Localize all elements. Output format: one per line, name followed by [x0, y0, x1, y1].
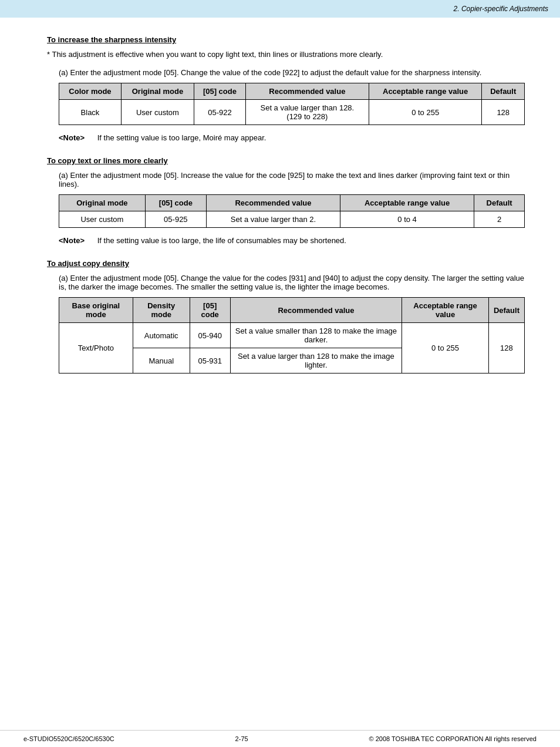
section1-title: To increase the sharpness intensity — [47, 35, 525, 44]
section1-intro: * This adjustment is effective when you … — [47, 50, 525, 59]
cell3-density2: Manual — [133, 348, 190, 374]
header-bar: 2. Copier-specific Adjustments — [0, 0, 560, 18]
col-color-mode: Color mode — [59, 83, 122, 100]
section2-table-wrapper: Original mode [05] code Recommended valu… — [59, 194, 525, 228]
col2-original-mode: Original mode — [59, 195, 146, 211]
cell-code: 05-922 — [194, 100, 245, 125]
cell-original-mode: User custom — [121, 100, 194, 125]
section3-table-wrapper: Base original mode Density mode [05] cod… — [59, 297, 525, 374]
col3-acceptable: Acceptable range value — [402, 298, 489, 323]
cell-default: 128 — [482, 100, 525, 125]
cell2-code: 05-925 — [145, 211, 206, 228]
footer-right: © 2008 TOSHIBA TEC CORPORATION All right… — [369, 735, 537, 742]
cell2-acceptable: 0 to 4 — [340, 211, 474, 228]
footer: e-STUDIO5520C/6520C/6530C 2-75 © 2008 TO… — [0, 730, 560, 747]
content: To increase the sharpness intensity * Th… — [0, 18, 560, 423]
col3-05-code: [05] code — [190, 298, 230, 323]
cell2-recommended: Set a value larger than 2. — [206, 211, 340, 228]
section-sharpness: To increase the sharpness intensity * Th… — [47, 35, 525, 142]
section1-table: Color mode Original mode [05] code Recom… — [59, 83, 525, 125]
section-copy-text: To copy text or lines more clearly (a) E… — [47, 156, 525, 245]
section1-table-wrapper: Color mode Original mode [05] code Recom… — [59, 83, 525, 125]
section1-note: <Note> If the setting value is too large… — [59, 133, 525, 142]
col-default: Default — [482, 83, 525, 100]
col3-recommended: Recommended value — [230, 298, 402, 323]
col3-default: Default — [488, 298, 524, 323]
footer-left: e-STUDIO5520C/6520C/6530C — [23, 735, 114, 742]
cell3-rec1: Set a value smaller than 128 to make the… — [230, 323, 402, 348]
section3-title: To adjust copy density — [47, 259, 525, 268]
section2-sub: (a) Enter the adjustment mode [05]. Incr… — [59, 171, 525, 189]
cell3-rec2: Set a value larger than 128 to make the … — [230, 348, 402, 374]
cell3-default: 128 — [488, 323, 524, 374]
note-text: If the setting value is too large, Moiré… — [97, 133, 266, 142]
col3-base-mode: Base original mode — [59, 298, 133, 323]
table-row: User custom 05-925 Set a value larger th… — [59, 211, 525, 228]
cell3-base-mode: Text/Photo — [59, 323, 133, 374]
cell3-range: 0 to 255 — [402, 323, 489, 374]
cell2-original-mode: User custom — [59, 211, 146, 228]
cell-color-mode: Black — [59, 100, 122, 125]
cell-recommended: Set a value larger than 128.(129 to 228) — [245, 100, 369, 125]
note-label: <Note> — [59, 133, 85, 142]
col-recommended: Recommended value — [245, 83, 369, 100]
section-density: To adjust copy density (a) Enter the adj… — [47, 259, 525, 374]
section3-table: Base original mode Density mode [05] cod… — [59, 297, 525, 374]
note2-label: <Note> — [59, 236, 85, 245]
col3-density-mode: Density mode — [133, 298, 190, 323]
section2-note: <Note> If the setting value is too large… — [59, 236, 525, 245]
col2-acceptable: Acceptable range value — [340, 195, 474, 211]
section2-title: To copy text or lines more clearly — [47, 156, 525, 165]
section2-table: Original mode [05] code Recommended valu… — [59, 194, 525, 228]
col-original-mode: Original mode — [121, 83, 194, 100]
col2-05-code: [05] code — [145, 195, 206, 211]
col2-default: Default — [474, 195, 525, 211]
page: 2. Copier-specific Adjustments To increa… — [0, 0, 560, 747]
section3-sub: (a) Enter the adjustment mode [05]. Chan… — [59, 274, 525, 291]
cell3-code2: 05-931 — [190, 348, 230, 374]
cell3-density1: Automatic — [133, 323, 190, 348]
table-row: Text/Photo Automatic 05-940 Set a value … — [59, 323, 525, 348]
col-05-code: [05] code — [194, 83, 245, 100]
section1-sub: (a) Enter the adjustment mode [05]. Chan… — [59, 68, 525, 77]
header-text: 2. Copier-specific Adjustments — [454, 5, 548, 13]
note2-text: If the setting value is too large, the l… — [97, 236, 346, 245]
footer-center: 2-75 — [235, 735, 248, 742]
table-row: Black User custom 05-922 Set a value lar… — [59, 100, 525, 125]
col2-recommended: Recommended value — [206, 195, 340, 211]
cell3-code1: 05-940 — [190, 323, 230, 348]
cell-acceptable: 0 to 255 — [369, 100, 482, 125]
cell2-default: 2 — [474, 211, 525, 228]
col-acceptable: Acceptable range value — [369, 83, 482, 100]
